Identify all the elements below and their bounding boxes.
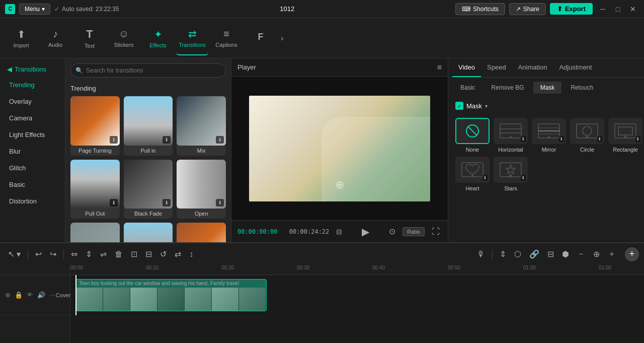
- download-icon: ⬇: [521, 136, 526, 142]
- frame-button[interactable]: ⊟: [142, 247, 155, 261]
- transition-more-1[interactable]: [70, 223, 120, 242]
- player-menu-icon[interactable]: ≡: [437, 63, 442, 72]
- track-icon-eye[interactable]: 👁: [26, 290, 34, 300]
- subtab-mask[interactable]: Mask: [533, 82, 562, 94]
- sidebar-item-overlay[interactable]: Overlay: [2, 94, 63, 109]
- download-icon: ⬇: [597, 136, 602, 142]
- storyboard-button[interactable]: ⬢: [559, 247, 572, 261]
- delete-button[interactable]: 🗑: [112, 248, 126, 261]
- multitrack-button[interactable]: ⊟: [544, 247, 557, 261]
- sidebar-item-camera[interactable]: Camera: [2, 110, 63, 126]
- mask-item-heart[interactable]: ⬇ Heart: [455, 157, 490, 191]
- tool-stickers[interactable]: ☺ Stickers: [108, 21, 140, 55]
- close-button[interactable]: ✕: [627, 3, 639, 15]
- subtab-retouch[interactable]: Retouch: [564, 82, 600, 94]
- mask-mirror-label: Mirror: [542, 147, 556, 153]
- track-icon-lock[interactable]: 🔒: [14, 290, 24, 300]
- transitions-grid-area: ⬇ Page Turning ⬇ Pull in ⬇ Mix: [65, 96, 231, 242]
- mic-button[interactable]: 🎙: [474, 248, 488, 261]
- zoom-out-button[interactable]: －: [574, 247, 588, 261]
- video-clip[interactable]: Teen boy looking out the car window and …: [75, 279, 267, 311]
- subtab-basic[interactable]: Basic: [453, 82, 482, 94]
- ratio-button[interactable]: Ratio: [403, 227, 425, 236]
- mask-item-rectangle[interactable]: ⬇ Rectangle: [608, 118, 642, 153]
- select-tool-button[interactable]: ↖ ▾: [5, 247, 24, 261]
- track-icon-audio[interactable]: 🔊: [36, 290, 46, 300]
- flip-v-button[interactable]: ↕: [186, 248, 196, 261]
- shortcuts-button[interactable]: ⌨ Shortcuts: [455, 3, 505, 15]
- search-input[interactable]: [70, 63, 226, 78]
- ruler-mark-30: 00:30: [297, 265, 309, 270]
- zoom-in-button[interactable]: ＋: [605, 247, 619, 261]
- transition-open[interactable]: ⬇ Open: [177, 160, 226, 219]
- loop-button[interactable]: ↺: [157, 247, 170, 261]
- toolbar-more-button[interactable]: ›: [281, 34, 283, 43]
- toolbar-separator-1: [28, 249, 28, 259]
- track-icon-more[interactable]: ···: [48, 290, 56, 300]
- maximize-button[interactable]: □: [612, 3, 624, 15]
- timeline-toolbar: ↖ ▾ ↩ ↪ ⇔ ⇕ ⇌ 🗑 ⊡ ⊟ ↺ ⇄ ↕ 🎙 ⇕ ⬡ 🔗 ⊟ ⬢ － …: [0, 243, 644, 265]
- track-height-button[interactable]: ⇕: [497, 247, 509, 261]
- sidebar-item-distortion[interactable]: Distortion: [2, 193, 63, 209]
- tool-audio[interactable]: ♪ Audio: [39, 21, 71, 55]
- tool-f[interactable]: F: [245, 21, 277, 55]
- tab-animation[interactable]: Animation: [512, 58, 553, 77]
- crop-button[interactable]: ⇕: [83, 247, 95, 261]
- player-header: Player ≡: [231, 58, 448, 77]
- transition-page-turning[interactable]: ⬇ Page Turning: [70, 96, 120, 156]
- svg-point-10: [583, 126, 592, 135]
- tab-speed[interactable]: Speed: [481, 58, 512, 77]
- ruler-mark-0: 00:00: [70, 265, 83, 270]
- tool-effects[interactable]: ✦ Effects: [142, 21, 174, 55]
- sidebar-item-glitch[interactable]: Glitch: [2, 160, 63, 176]
- minimize-button[interactable]: ─: [597, 3, 609, 15]
- transition-more-3[interactable]: [177, 223, 226, 242]
- screenshot-button[interactable]: ⊙: [387, 225, 397, 238]
- tool-captions[interactable]: ≡ Captions: [210, 21, 243, 55]
- sidebar-item-basic[interactable]: Basic: [2, 177, 63, 192]
- mask-item-circle[interactable]: ⬇ Circle: [570, 118, 604, 153]
- redo-button[interactable]: ↪: [47, 247, 59, 261]
- tab-adjustment[interactable]: Adjustment: [553, 58, 598, 77]
- share-button[interactable]: ↗ Share: [509, 3, 546, 15]
- text-icon: T: [86, 28, 93, 41]
- transition-black-fade[interactable]: ⬇ Black Fade: [124, 160, 173, 219]
- sidebar-item-blur[interactable]: Blur: [2, 144, 63, 159]
- mask-checkbox[interactable]: ✓: [455, 102, 463, 110]
- trim-button[interactable]: ⇌: [97, 247, 110, 261]
- zoom-level-button[interactable]: ⊕: [590, 247, 603, 261]
- mask-collapse-icon[interactable]: ▾: [485, 103, 488, 109]
- flip-h-button[interactable]: ⇄: [172, 247, 184, 261]
- menu-button[interactable]: Menu ▾: [19, 4, 50, 15]
- track-content: 00:00 00:10 00:20 00:30 00:40 00:50 01:0…: [70, 265, 644, 343]
- sidebar-item-trending[interactable]: Trending: [2, 77, 63, 93]
- track-icon-plus[interactable]: ⊕: [4, 290, 12, 300]
- list-view-button[interactable]: ⊟: [334, 226, 344, 238]
- fullscreen-button[interactable]: ⛶: [430, 225, 442, 238]
- add-track-button[interactable]: +: [625, 247, 639, 261]
- shield-button[interactable]: ⊡: [128, 247, 140, 261]
- export-button[interactable]: ⬆ Export: [550, 3, 593, 15]
- split-button[interactable]: ⇔: [68, 247, 80, 261]
- transition-mix[interactable]: ⬇ Mix: [177, 96, 226, 156]
- transition-pull-out[interactable]: ⬇ Pull Out: [70, 160, 120, 219]
- transitions-title: Transitions: [15, 65, 46, 73]
- tool-text[interactable]: T Text: [73, 21, 106, 55]
- detach-button[interactable]: ⬡: [511, 247, 524, 261]
- play-button[interactable]: ▶: [360, 224, 371, 240]
- mask-thumb-none: [455, 118, 490, 144]
- mask-item-stars[interactable]: ⬇ Stars: [494, 157, 528, 191]
- undo-button[interactable]: ↩: [32, 247, 45, 261]
- tool-transitions[interactable]: ⇄ Transitions: [176, 21, 208, 55]
- transition-pull-in[interactable]: ⬇ Pull in: [124, 96, 173, 156]
- subtab-remove-bg[interactable]: Remove BG: [484, 82, 531, 94]
- transition-more-2[interactable]: [124, 223, 173, 242]
- link-button[interactable]: 🔗: [526, 247, 542, 261]
- tool-import[interactable]: ⬆ Import: [5, 21, 37, 55]
- sidebar-item-light-effects[interactable]: Light Effects: [2, 127, 63, 143]
- tab-video[interactable]: Video: [452, 58, 481, 77]
- mask-item-horizontal[interactable]: ⬇ Horizontal: [494, 118, 528, 153]
- mask-item-mirror[interactable]: ⬇ Mirror: [532, 118, 566, 153]
- mask-item-none[interactable]: None: [455, 118, 490, 153]
- ruler-mark-61: 01:00: [599, 265, 611, 270]
